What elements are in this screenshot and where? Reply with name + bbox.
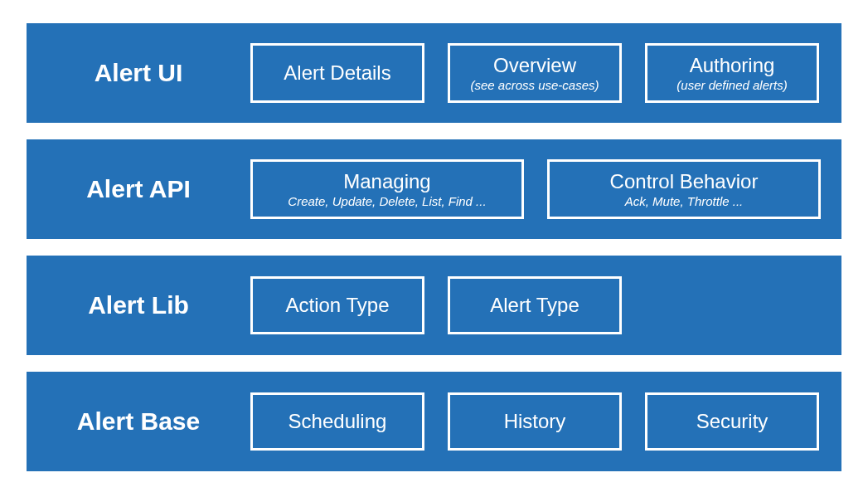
layer-label-alert-base: Alert Base <box>27 407 250 436</box>
box-subtitle: (see across use-cases) <box>470 78 599 92</box>
box-subtitle: Ack, Mute, Throttle ... <box>625 194 744 208</box>
box-alert-type: Alert Type <box>448 276 622 334</box>
box-managing: Managing Create, Update, Delete, List, F… <box>250 159 524 219</box>
box-action-type: Action Type <box>250 276 424 334</box>
box-alert-details: Alert Details <box>250 43 424 103</box>
box-title: Security <box>696 410 769 433</box>
layer-label-alert-lib: Alert Lib <box>27 291 250 319</box>
box-title: Alert Details <box>284 61 390 85</box>
box-title: Action Type <box>286 294 390 317</box>
layer-items-alert-ui: Alert Details Overview (see across use-c… <box>250 43 819 103</box>
layer-items-alert-base: Scheduling History Security <box>250 392 819 451</box>
layer-label-alert-ui: Alert UI <box>27 59 250 87</box>
box-title: Control Behavior <box>610 170 759 193</box>
box-title: Overview <box>493 54 576 77</box>
box-control-behavior: Control Behavior Ack, Mute, Throttle ... <box>547 159 821 219</box>
box-history: History <box>448 392 622 451</box>
box-subtitle: (user defined alerts) <box>676 78 787 92</box>
layer-items-alert-lib: Action Type Alert Type <box>250 276 818 334</box>
layer-label-alert-api: Alert API <box>27 175 250 203</box>
layer-alert-api: Alert API Managing Create, Update, Delet… <box>27 139 841 239</box>
box-title: Authoring <box>690 54 775 77</box>
layer-alert-base: Alert Base Scheduling History Security <box>27 372 841 471</box>
box-scheduling: Scheduling <box>250 392 424 451</box>
box-title: Alert Type <box>490 294 579 317</box>
architecture-diagram: Alert UI Alert Details Overview (see acr… <box>0 0 868 497</box>
layer-alert-lib: Alert Lib Action Type Alert Type <box>27 256 841 355</box>
box-title: Scheduling <box>289 410 387 433</box>
layer-items-alert-api: Managing Create, Update, Delete, List, F… <box>250 159 821 219</box>
box-security: Security <box>645 392 819 451</box>
box-title: Managing <box>343 170 430 193</box>
box-subtitle: Create, Update, Delete, List, Find ... <box>288 194 486 208</box>
box-overview: Overview (see across use-cases) <box>448 43 622 103</box>
box-title: History <box>504 410 566 433</box>
layer-alert-ui: Alert UI Alert Details Overview (see acr… <box>27 23 841 123</box>
box-authoring: Authoring (user defined alerts) <box>645 43 819 103</box>
